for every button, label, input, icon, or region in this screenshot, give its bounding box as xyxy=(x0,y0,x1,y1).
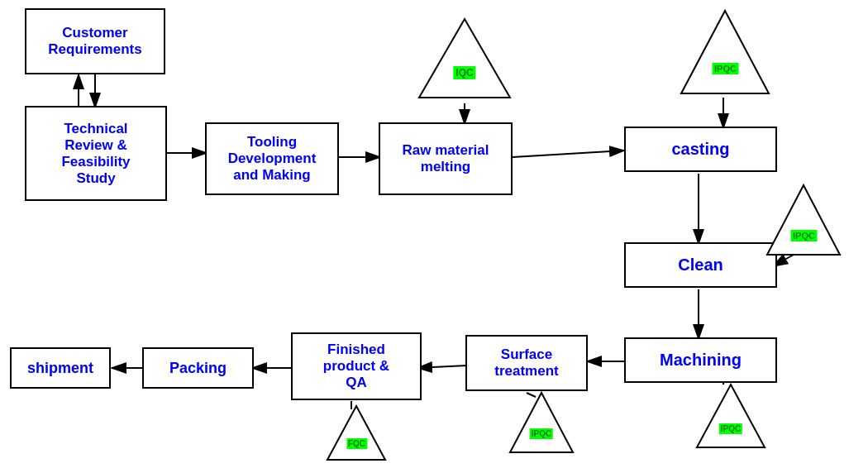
ipqc1-triangle: IPQC xyxy=(678,7,773,99)
casting-label: casting xyxy=(671,140,729,159)
svg-marker-19 xyxy=(681,11,769,93)
ipqc1-label: IPQC xyxy=(712,63,739,74)
tooling-box: Tooling Development and Making xyxy=(205,122,339,195)
raw-material-label: Raw material melting xyxy=(403,142,489,175)
customer-requirements-label: Customer Requirements xyxy=(48,25,141,58)
surface-treatment-label: Surface treatment xyxy=(494,346,558,380)
packing-box: Packing xyxy=(142,347,254,389)
finished-product-box: Finished product & QA xyxy=(291,332,422,400)
casting-box: casting xyxy=(624,127,777,172)
ipqc4-triangle: IPQC xyxy=(508,390,575,455)
shipment-label: shipment xyxy=(27,360,93,377)
shipment-box: shipment xyxy=(10,347,111,389)
diagram-container: Customer Requirements Technical Review &… xyxy=(0,0,868,473)
iqc-triangle: IQC xyxy=(415,15,514,104)
svg-marker-18 xyxy=(419,19,510,98)
svg-line-12 xyxy=(417,366,467,368)
customer-requirements-box: Customer Requirements xyxy=(25,8,165,74)
clean-label: Clean xyxy=(678,256,723,275)
svg-marker-20 xyxy=(767,185,840,255)
ipqc4-label: IPQC xyxy=(530,428,553,439)
ipqc3-label: IPQC xyxy=(719,423,742,434)
svg-marker-22 xyxy=(510,393,573,452)
tech-review-label: Technical Review & Feasibility Study xyxy=(61,121,130,187)
fqc-label: FQC xyxy=(346,438,367,449)
tech-review-box: Technical Review & Feasibility Study xyxy=(25,106,167,201)
ipqc3-triangle: IPQC xyxy=(694,382,767,450)
svg-marker-23 xyxy=(327,406,385,460)
surface-treatment-box: Surface treatment xyxy=(465,335,588,391)
clean-box: Clean xyxy=(624,242,777,288)
svg-marker-21 xyxy=(697,385,765,447)
svg-line-5 xyxy=(513,150,624,157)
iqc-label: IQC xyxy=(453,66,475,79)
ipqc2-triangle: IPQC xyxy=(765,182,843,258)
machining-box: Machining xyxy=(624,337,777,383)
tooling-label: Tooling Development and Making xyxy=(228,134,317,184)
raw-material-box: Raw material melting xyxy=(379,122,513,195)
finished-product-label: Finished product & QA xyxy=(323,342,389,391)
ipqc2-label: IPQC xyxy=(790,230,818,241)
fqc-triangle: FQC xyxy=(326,404,388,463)
packing-label: Packing xyxy=(169,360,227,377)
machining-label: Machining xyxy=(660,351,742,370)
